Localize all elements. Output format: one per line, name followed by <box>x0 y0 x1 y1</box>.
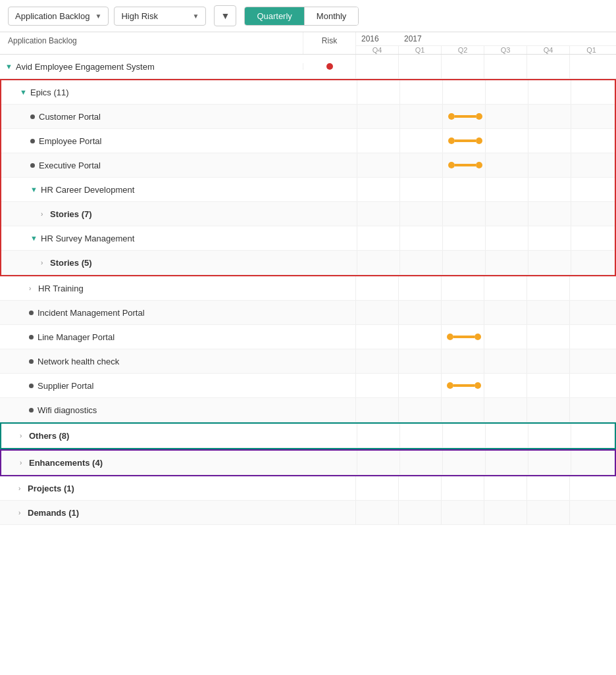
q-cell <box>442 349 484 373</box>
toggle-down-icon[interactable]: ▼ <box>20 88 30 96</box>
bar-line <box>455 115 476 118</box>
row-gantt-cell <box>357 202 615 226</box>
q-cell <box>571 178 614 201</box>
row-label: Incident Management Portal <box>38 308 145 318</box>
toggle-right-icon[interactable]: › <box>20 459 29 466</box>
table-row: ▼ HR Survey Management <box>1 226 615 251</box>
row-label: Executive Portal <box>39 161 101 170</box>
q-cell <box>570 374 613 397</box>
row-cell-name: ▼ HR Survey Management <box>1 234 304 243</box>
bar-line <box>455 164 476 166</box>
row-cell-name: › Stories (5) <box>1 258 304 268</box>
row-cell-name: Executive Portal <box>1 161 304 170</box>
toolbar: Application Backlog ▼ High Risk ▼ ▼ Quar… <box>0 0 616 32</box>
row-cell-name: Wifi diagnostics <box>0 405 303 415</box>
q-cell <box>357 202 400 226</box>
q-cell <box>571 251 614 274</box>
q-cell <box>527 374 570 397</box>
bar-start-dot <box>448 138 455 144</box>
monthly-tab[interactable]: Monthly <box>304 7 359 25</box>
table-row: › Demands (1) <box>0 501 616 525</box>
rows-container: ▼ Avid Employee Engagement System <box>0 55 616 525</box>
q-grid <box>356 55 616 78</box>
toggle-down-icon[interactable]: ▼ <box>30 234 41 242</box>
q-cell <box>484 374 527 397</box>
bar-start-dot <box>447 382 453 389</box>
q-cell <box>356 501 399 524</box>
table-row: › HR Training <box>0 276 616 301</box>
toggle-right-icon[interactable]: › <box>18 485 28 492</box>
q-grid <box>357 129 615 153</box>
q-cell <box>357 178 400 201</box>
bar-end-dot <box>476 138 482 144</box>
q-cell <box>356 349 399 373</box>
q-cell <box>486 129 528 153</box>
row-cell-name: › Enhancements (4) <box>1 458 304 468</box>
gantt-bar <box>448 113 482 120</box>
row-cell-name: › Stories (7) <box>1 209 304 219</box>
row-cell-name: Incident Management Portal <box>0 308 303 318</box>
row-label: Customer Portal <box>39 112 101 122</box>
q-cell <box>400 178 443 201</box>
q-cell <box>571 105 614 128</box>
row-gantt-cell <box>355 55 616 78</box>
q-cell <box>442 301 484 324</box>
q-cell <box>399 476 442 500</box>
q-cell <box>443 129 486 153</box>
dropdown1-label: Application Backlog <box>15 11 90 21</box>
row-label: Wifi diagnostics <box>38 405 97 415</box>
bar-line <box>453 384 475 387</box>
toggle-down-icon[interactable]: ▼ <box>5 63 16 70</box>
gantt-bar <box>448 138 482 144</box>
toggle-right-icon[interactable]: › <box>20 432 29 439</box>
gantt-bar <box>447 334 481 340</box>
q-grid <box>356 325 616 349</box>
row-gantt-cell <box>355 398 616 422</box>
q-cell <box>357 226 400 250</box>
epics-group: ▼ Epics (11) <box>0 79 616 276</box>
row-cell-name: Network health check <box>0 357 303 366</box>
q-grid <box>356 301 616 324</box>
table-row: Employee Portal <box>1 129 615 153</box>
q-cell <box>356 276 399 300</box>
others-group: › Others (8) <box>0 422 616 449</box>
q-grid <box>356 398 616 422</box>
q-cell <box>486 451 528 474</box>
row-cell-name: Employee Portal <box>1 136 304 146</box>
application-backlog-dropdown[interactable]: Application Backlog ▼ <box>8 7 109 26</box>
row-gantt-cell <box>357 226 615 250</box>
row-gantt-cell <box>355 374 616 397</box>
bullet-icon <box>29 311 34 315</box>
row-cell-name: ▼ HR Career Development <box>1 185 304 195</box>
q-cell <box>571 451 614 474</box>
toggle-right-icon[interactable]: › <box>41 259 50 266</box>
toggle-down-icon[interactable]: ▼ <box>30 186 41 193</box>
app-container: Application Backlog ▼ High Risk ▼ ▼ Quar… <box>0 0 616 525</box>
q-cell <box>486 202 528 226</box>
q-cell <box>528 424 571 447</box>
row-label-bold: Projects (1) <box>28 484 74 493</box>
toggle-right-icon[interactable]: › <box>29 285 38 292</box>
q-cell <box>443 251 486 274</box>
table-row: Wifi diagnostics <box>0 398 616 422</box>
q-grid <box>357 451 615 474</box>
filter-button[interactable]: ▼ <box>214 5 236 26</box>
q-grid <box>356 374 616 397</box>
row-cell-name: Line Manager Portal <box>0 332 303 342</box>
q-cell <box>571 129 614 153</box>
q-cell <box>527 276 570 300</box>
q-cell <box>357 424 400 447</box>
enhancements-group: › Enhancements (4) <box>0 449 616 476</box>
bullet-icon <box>29 335 34 339</box>
q-cell <box>486 153 528 177</box>
bullet-icon <box>30 139 35 143</box>
quarterly-tab[interactable]: Quarterly <box>245 7 303 25</box>
table-row: ▼ HR Career Development <box>1 178 615 202</box>
dropdown2-chevron-icon: ▼ <box>192 12 199 20</box>
toggle-right-icon[interactable]: › <box>41 211 50 218</box>
toggle-right-icon[interactable]: › <box>18 509 28 516</box>
high-risk-dropdown[interactable]: High Risk ▼ <box>114 7 206 26</box>
q-cell <box>357 251 400 274</box>
bullet-icon <box>29 408 34 413</box>
q-2017-q4: Q4 <box>527 46 570 54</box>
